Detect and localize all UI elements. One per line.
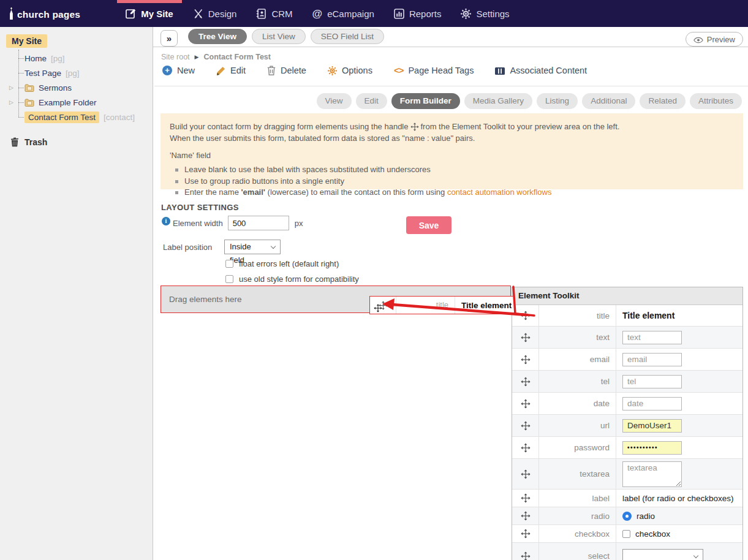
toolbar-associated-content-button[interactable]: Associated Content: [495, 66, 587, 75]
drag-handle-icon[interactable]: [512, 327, 539, 348]
tab-additional[interactable]: Additional: [582, 93, 635, 109]
drag-handle-icon[interactable]: [512, 437, 539, 458]
checkbox-unchecked[interactable]: [622, 530, 630, 538]
nav-item-reports[interactable]: Reports: [384, 0, 451, 27]
element-width-input[interactable]: [228, 216, 289, 230]
sidebar-collapse-button[interactable]: »: [161, 30, 178, 47]
float-errors-checkbox-row: float errors left (default right): [225, 259, 339, 268]
drag-handle-icon[interactable]: [512, 490, 539, 507]
email-field-preview[interactable]: [622, 353, 682, 366]
preview-button[interactable]: Preview: [686, 32, 743, 47]
drag-handle-icon[interactable]: [512, 543, 539, 560]
toolkit-element-name: textarea: [539, 459, 616, 489]
app-logo[interactable]: church pages: [9, 7, 80, 20]
tab-listing[interactable]: Listing: [537, 93, 578, 109]
old-style-checkbox[interactable]: [225, 275, 233, 283]
drag-handle-icon[interactable]: [512, 525, 539, 542]
header-divider: [153, 47, 748, 47]
tree-connector: [18, 88, 24, 88]
nav-item-ecampaign[interactable]: @eCampaign: [303, 0, 384, 27]
drag-handle-icon[interactable]: [512, 415, 539, 436]
select-field-preview[interactable]: [622, 549, 703, 560]
expand-arrow-icon[interactable]: ▷: [9, 85, 13, 91]
toolkit-row-checkbox: checkboxcheckbox: [512, 525, 742, 543]
date-field-preview[interactable]: [622, 397, 682, 411]
sidebar-root-my-site[interactable]: My Site: [6, 34, 47, 48]
drag-handle-icon[interactable]: [512, 349, 539, 370]
toolkit-row-tel: tel: [512, 371, 742, 393]
toolkit-row-radio: radioradio: [512, 507, 742, 525]
dragged-element-name: title: [396, 297, 455, 314]
tab-media-gallery[interactable]: Media Gallery: [464, 93, 532, 109]
tab-view[interactable]: View: [317, 93, 352, 109]
drag-handle-icon[interactable]: [512, 459, 539, 489]
view-tab-tree-view[interactable]: Tree View: [188, 29, 247, 44]
url-field-preview[interactable]: [622, 419, 682, 433]
sidebar-item-example-folder[interactable]: ▷Example Folder: [0, 95, 153, 110]
sidebar-item-home[interactable]: Home[pg]: [0, 51, 153, 66]
textarea-field-preview[interactable]: textarea: [622, 461, 682, 487]
element-toolkit-rows: titleTitle elementtextemailteldateurlpas…: [512, 305, 742, 560]
sidebar-item-trash[interactable]: Trash: [10, 137, 153, 147]
element-width-label: Element width: [173, 219, 223, 228]
tab-form-builder[interactable]: Form Builder: [391, 93, 460, 109]
tree-item-label: Sermons: [39, 83, 72, 93]
old-style-label: use old style form for compatibility: [239, 274, 359, 284]
radio-button-selected[interactable]: [622, 512, 632, 521]
nav-item-design[interactable]: Design: [183, 0, 247, 27]
tab-attributes[interactable]: Attributes: [690, 93, 742, 109]
breadcrumb-root[interactable]: Site root: [161, 53, 190, 61]
label-element-preview: label (for radio or checkboxes): [622, 494, 734, 503]
tel-field-preview[interactable]: [622, 375, 682, 388]
drag-handle-icon[interactable]: [512, 371, 539, 392]
email-keyword: 'email': [241, 187, 265, 197]
view-tab-seo-field-list[interactable]: SEO Field List: [311, 29, 384, 44]
drag-handle-icon[interactable]: [512, 305, 539, 326]
sidebar-item-sermons[interactable]: ▷Sermons: [0, 80, 153, 95]
save-button[interactable]: Save: [406, 216, 451, 234]
label-position-select[interactable]: Inside field: [224, 240, 281, 254]
toolkit-element-preview: radio: [616, 512, 742, 521]
chevron-down-icon: [693, 553, 698, 558]
old-style-checkbox-row: use old style form for compatibility: [225, 274, 359, 284]
sidebar-item-contact-form-test[interactable]: Contact Form Test[contact]: [0, 110, 153, 124]
drag-handle-icon[interactable]: [512, 507, 539, 524]
tab-related[interactable]: Related: [640, 93, 686, 109]
pencil-icon: [216, 65, 225, 75]
password-field-preview[interactable]: [622, 441, 682, 455]
toolbar-page-head-tags-button[interactable]: <>Page Head Tags: [394, 65, 474, 75]
toolbar-delete-button[interactable]: Delete: [267, 65, 306, 75]
contact-automation-workflows-link[interactable]: contact automation workflows: [447, 187, 552, 197]
toolkit-element-preview: [616, 397, 742, 411]
toolkit-row-email: email: [512, 349, 742, 371]
toolbar-edit-button[interactable]: Edit: [216, 65, 246, 75]
expand-arrow-icon[interactable]: ▷: [9, 99, 13, 105]
toolkit-row-select: select: [512, 543, 742, 560]
nav-item-my-site[interactable]: My Site: [116, 0, 183, 27]
toolbar-options-button[interactable]: Options: [328, 65, 372, 75]
move-handle-icon: [410, 123, 419, 131]
float-errors-checkbox[interactable]: [225, 260, 233, 268]
dragged-title-element[interactable]: title Title element: [369, 296, 515, 314]
sidebar-item-test-page[interactable]: Test Page[pg]: [0, 66, 153, 80]
view-tab-list-view[interactable]: List View: [252, 29, 306, 44]
breadcrumb: Site root ▶ Contact Form Test: [161, 53, 271, 61]
drag-handle-icon[interactable]: [512, 393, 539, 414]
toolbar-item-label: Delete: [281, 66, 306, 75]
toolbar-item-label: Associated Content: [510, 66, 587, 75]
toolkit-element-preview: textarea: [616, 461, 742, 487]
top-navbar: church pages My SiteDesignCRM@eCampaignR…: [0, 0, 748, 27]
trash-label: Trash: [25, 137, 47, 147]
bar-chart-icon: [394, 8, 404, 20]
toolbar-item-label: Edit: [230, 66, 246, 75]
gear-icon: [461, 8, 471, 20]
info-icon[interactable]: i: [162, 217, 170, 225]
nav-item-settings[interactable]: Settings: [451, 0, 519, 27]
toolbar-new-button[interactable]: +New: [162, 66, 195, 75]
nav-item-label: My Site: [141, 9, 173, 19]
instruction-bullet: Leave blank to use the label with spaces…: [175, 164, 734, 176]
nav-item-crm[interactable]: CRM: [246, 0, 302, 27]
text-field-preview[interactable]: [622, 331, 682, 344]
tab-edit[interactable]: Edit: [356, 93, 387, 109]
checkbox-preview-label: checkbox: [635, 529, 670, 539]
